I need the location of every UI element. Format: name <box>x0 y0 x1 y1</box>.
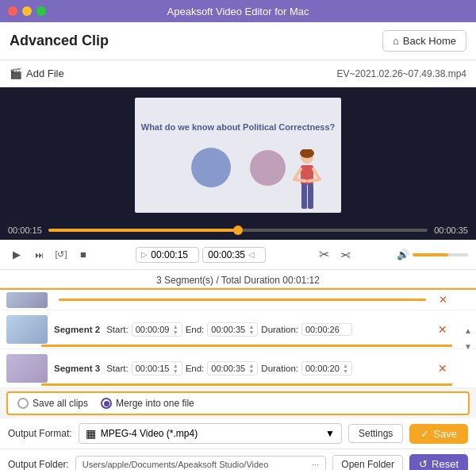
settings-button[interactable]: Settings <box>348 424 403 443</box>
maximize-button[interactable] <box>36 6 46 16</box>
timeline-start-label: 00:00:15 <box>8 225 42 235</box>
segment-2-duration: 00:00:26 <box>301 323 352 336</box>
home-icon: ⌂ <box>393 35 399 47</box>
scroll-arrows: ▲ ▼ <box>460 288 476 388</box>
figure-woman <box>290 149 325 213</box>
folder-path: Users/apple/Documents/Apeaksoft Studio/V… <box>75 456 327 471</box>
segment-2-end-input[interactable]: 00:00:35 ▲▼ <box>207 322 258 337</box>
volume-group: 🔊 <box>397 248 468 260</box>
segment-1-thumbnail <box>6 292 48 308</box>
file-name: EV~2021.02.26~07.49.38.mp4 <box>337 68 466 79</box>
save-all-clips-option[interactable]: Save all clips <box>17 398 88 409</box>
fast-forward-button[interactable]: ⏭ <box>30 246 48 264</box>
segment-3-duration-input[interactable]: 00:00:20 ▲▼ <box>301 361 352 376</box>
segment-2-delete[interactable]: ✕ <box>438 323 447 336</box>
add-file-button[interactable]: 🎬 Add File <box>10 67 64 79</box>
play-button[interactable]: ▶ <box>8 246 25 264</box>
format-row: Output Format: ▦ MPEG-4 Video (*.mp4) ▼ … <box>0 418 476 449</box>
segment-3-delete[interactable]: ✕ <box>438 362 447 375</box>
svg-line-5 <box>294 179 305 181</box>
clip-start-icon[interactable]: ✂ <box>317 247 332 263</box>
output-options: Save all clips Merge into one file <box>6 391 470 415</box>
start-time-input[interactable]: ▷ 00:00:15 <box>136 247 199 263</box>
circles-decoration <box>191 148 286 187</box>
folder-dots-icon[interactable]: ··· <box>312 460 319 469</box>
save-all-radio[interactable] <box>17 398 29 409</box>
format-label: Output Format: <box>8 428 72 439</box>
svg-rect-7 <box>301 183 307 209</box>
segment-1-progress <box>59 299 426 301</box>
clip-end-icon[interactable]: ✂ <box>337 247 353 263</box>
volume-icon: 🔊 <box>397 248 409 260</box>
segment-2-thumbnail <box>6 315 48 344</box>
scroll-down-arrow[interactable]: ▼ <box>464 342 472 351</box>
merge-radio[interactable] <box>101 398 112 409</box>
format-grid-icon: ▦ <box>86 427 96 440</box>
traffic-lights <box>8 6 46 16</box>
toolbar-row: 🎬 Add File EV~2021.02.26~07.49.38.mp4 <box>0 60 476 87</box>
segment-3-start-spinners[interactable]: ▲▼ <box>173 363 178 374</box>
segment-3-label: Segment 3 <box>54 364 100 373</box>
reset-button[interactable]: ↺ Reset <box>409 454 468 470</box>
minimize-button[interactable] <box>22 6 32 16</box>
segment-2-start-spinners[interactable]: ▲▼ <box>173 324 178 335</box>
segments-info: 3 Segment(s) / Total Duration 00:01:12 <box>0 270 476 288</box>
format-select-inner: ▦ MPEG-4 Video (*.mp4) <box>86 427 198 440</box>
segment-2-end-spinners[interactable]: ▲▼ <box>248 324 254 335</box>
scrubber-track[interactable] <box>48 229 428 232</box>
open-folder-button[interactable]: Open Folder <box>332 455 403 471</box>
segment-3-duration-label: Duration: <box>261 364 298 373</box>
volume-slider[interactable] <box>413 253 468 256</box>
segment-2-info: Segment 2 Start: 00:00:09 ▲▼ End: 00:00:… <box>54 322 428 337</box>
segment-3-end-label: End: <box>186 364 205 373</box>
svg-line-6 <box>309 179 320 181</box>
circle-pink <box>250 150 286 186</box>
segment-2-duration-label: Duration: <box>261 325 298 334</box>
segment-3-end-spinners[interactable]: ▲▼ <box>248 363 254 374</box>
svg-line-4 <box>313 169 320 179</box>
end-time-input[interactable]: 00:00:35 ◁ <box>202 247 266 263</box>
close-button[interactable] <box>8 6 17 16</box>
segment-3-progress <box>41 383 452 386</box>
loop-button[interactable]: [↺] <box>52 246 70 264</box>
scrubber-fill <box>48 229 238 232</box>
format-select[interactable]: ▦ MPEG-4 Video (*.mp4) ▼ <box>79 423 342 444</box>
save-all-label: Save all clips <box>33 398 88 409</box>
timeline-end-label: 00:00:35 <box>434 225 468 235</box>
segment-2-start-input[interactable]: 00:00:09 ▲▼ <box>132 322 182 337</box>
folder-row: Output Folder: Users/apple/Documents/Ape… <box>0 449 476 470</box>
svg-rect-8 <box>308 183 313 209</box>
segment-2-start-label: Start: <box>106 325 128 334</box>
segment-row-2: Segment 2 Start: 00:00:09 ▲▼ End: 00:00:… <box>0 310 476 349</box>
scrubber-thumb[interactable] <box>233 225 243 235</box>
segment-2-end-label: End: <box>186 325 205 334</box>
time-inputs: ▷ 00:00:15 00:00:35 ◁ <box>136 247 266 263</box>
title-bar: Apeaksoft Video Editor for Mac <box>0 0 476 22</box>
reset-icon: ↺ <box>419 458 428 470</box>
segment-row-3: Segment 3 Start: 00:00:15 ▲▼ End: 00:00:… <box>0 349 476 388</box>
save-check-icon: ✓ <box>420 428 429 440</box>
segment-3-duration-spinners[interactable]: ▲▼ <box>343 363 348 374</box>
header-bar: Advanced Clip ⌂ Back Home <box>0 22 476 60</box>
back-home-button[interactable]: ⌂ Back Home <box>382 30 466 52</box>
start-time-icon: ▷ <box>141 250 148 259</box>
segment-3-end-input[interactable]: 00:00:35 ▲▼ <box>207 361 258 376</box>
merge-option[interactable]: Merge into one file <box>101 398 194 409</box>
scroll-up-arrow[interactable]: ▲ <box>464 326 472 335</box>
merge-radio-dot <box>104 401 109 406</box>
segment-1-delete[interactable]: ✕ <box>439 294 447 306</box>
segment-3-info: Segment 3 Start: 00:00:15 ▲▼ End: 00:00:… <box>54 361 428 376</box>
video-overlay-text: What do we know about Political Correctn… <box>141 122 335 132</box>
stop-button[interactable]: ■ <box>75 246 92 264</box>
video-preview: What do we know about Political Correctn… <box>0 87 476 222</box>
merge-label: Merge into one file <box>116 398 194 409</box>
segment-2-progress <box>41 345 452 347</box>
segment-3-start-label: Start: <box>106 364 128 373</box>
end-time-icon: ◁ <box>248 250 255 259</box>
save-button[interactable]: ✓ Save <box>409 424 468 444</box>
segment-3-thumbnail <box>6 354 48 383</box>
circle-blue <box>191 148 231 187</box>
timeline-bar[interactable]: 00:00:15 00:00:35 <box>0 222 476 240</box>
video-frame: What do we know about Political Correctn… <box>135 98 341 213</box>
segment-3-start-input[interactable]: 00:00:15 ▲▼ <box>132 361 182 376</box>
